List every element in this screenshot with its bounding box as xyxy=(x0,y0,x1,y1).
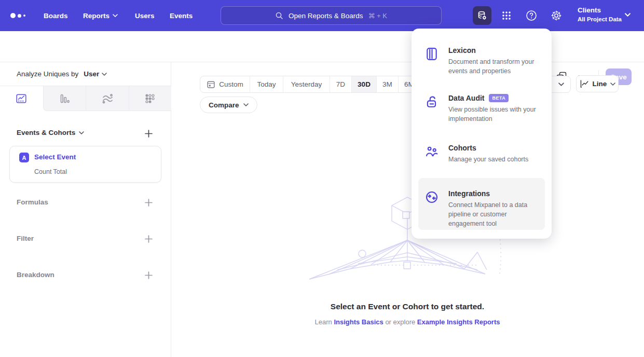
menu-item-title: Lexicon xyxy=(448,46,476,54)
nav-item-label: Boards xyxy=(44,12,68,20)
help-icon xyxy=(526,10,537,21)
apps-grid-button[interactable] xyxy=(497,6,516,25)
menu-item-description: Document and transform your events and p… xyxy=(448,57,539,76)
range-option-custom[interactable]: Custom xyxy=(200,76,250,92)
analyze-value: User xyxy=(84,70,99,78)
range-option-30d[interactable]: 30D xyxy=(352,76,377,92)
plus-icon xyxy=(145,130,153,138)
example-insights-reports-link[interactable]: Example Insights Reports xyxy=(417,318,500,326)
analyze-value-dropdown[interactable]: User xyxy=(84,70,107,78)
add-breakdown-button[interactable] xyxy=(144,270,153,280)
settings-gear-icon xyxy=(551,10,562,21)
menu-item-text: Integrations Connect Mixpanel to a data … xyxy=(448,183,539,225)
metrics-grid-tab-icon xyxy=(144,93,156,104)
insights-basics-link[interactable]: Insights Basics xyxy=(334,318,383,326)
empty-state-heading: Select an Event or Cohort to get started… xyxy=(226,302,589,311)
plus-icon xyxy=(145,235,153,243)
range-label: 30D xyxy=(358,80,371,88)
empty-state-links: Learn Insights Basics or explore Example… xyxy=(174,318,641,326)
search-placeholder: Open Reports & Boards xyxy=(289,12,363,20)
logo-dot xyxy=(18,14,21,18)
data-audit-icon xyxy=(424,94,439,123)
settings-button[interactable] xyxy=(547,6,566,25)
menu-item-cohorts[interactable]: Cohorts Manage your saved cohorts xyxy=(418,139,545,169)
top-navbar: Boards Reports Users Events Open Reports… xyxy=(0,0,644,31)
data-management-menu: Lexicon Document and transform your even… xyxy=(412,29,552,239)
compare-label: Compare xyxy=(209,101,239,109)
nav-item-reports[interactable]: Reports xyxy=(83,0,118,31)
compare-dropdown[interactable]: Compare xyxy=(200,97,257,113)
menu-item-data-audit[interactable]: Data Audit BETA View possible issues wit… xyxy=(418,89,545,129)
lexicon-book-icon xyxy=(424,46,439,76)
range-label: Custom xyxy=(219,80,243,88)
menu-item-description: Connect Mixpanel to a data pipeline or c… xyxy=(448,200,539,228)
analyze-label: Analyze Uniques by xyxy=(17,70,78,78)
tab-metrics-grid[interactable] xyxy=(129,86,172,111)
project-name: All Project Data xyxy=(578,16,622,23)
nav-item-events[interactable]: Events xyxy=(170,0,193,31)
tab-stacked-chart[interactable] xyxy=(86,86,129,111)
range-label: Yesterday xyxy=(291,80,322,88)
add-filter-button[interactable] xyxy=(144,234,153,243)
or-explore-text: or explore xyxy=(385,318,415,326)
project-selector-chevron[interactable] xyxy=(625,13,631,17)
chevron-down-icon xyxy=(243,103,249,106)
events-cohorts-label: Events & Cohorts xyxy=(17,129,75,136)
range-option-3m[interactable]: 3M xyxy=(377,76,399,92)
tab-bar-chart[interactable] xyxy=(43,86,86,111)
nav-item-label: Reports xyxy=(83,12,109,20)
range-label: Today xyxy=(257,80,276,88)
global-search[interactable]: Open Reports & Boards ⌘ + K xyxy=(221,6,442,25)
mixpanel-logo[interactable] xyxy=(10,0,25,31)
nav-item-users[interactable]: Users xyxy=(135,0,155,31)
menu-item-title: Data Audit xyxy=(448,94,484,102)
data-management-icon xyxy=(476,10,488,21)
chevron-down-icon xyxy=(558,83,564,86)
add-formula-button[interactable] xyxy=(144,198,153,207)
menu-item-description: Manage your saved cohorts xyxy=(448,155,528,164)
events-cohorts-header[interactable]: Events & Cohorts xyxy=(17,129,84,136)
menu-item-text: Data Audit BETA View possible issues wit… xyxy=(448,94,539,123)
breakdown-section-label: Breakdown xyxy=(17,271,54,279)
select-event-label[interactable]: Select Event xyxy=(34,153,76,161)
learn-prefix-text: Learn xyxy=(315,318,332,326)
menu-item-title: Cohorts xyxy=(448,144,476,152)
event-letter-badge: A xyxy=(19,153,29,162)
menu-item-title: Integrations xyxy=(448,189,490,198)
count-total-label[interactable]: Count Total xyxy=(34,168,67,175)
nav-item-label: Events xyxy=(170,12,193,20)
menu-item-text: Cohorts Manage your saved cohorts xyxy=(448,144,528,164)
mixpanel-insights-app: Boards Reports Users Events Open Reports… xyxy=(0,0,644,357)
bar-chart-tab-icon xyxy=(59,93,70,104)
search-shortcut: ⌘ + K xyxy=(368,12,387,20)
project-selector[interactable]: Clients All Project Data xyxy=(578,5,622,23)
range-option-7d[interactable]: 7D xyxy=(330,76,352,92)
formulas-section-label: Formulas xyxy=(17,198,48,206)
chart-type-dropdown[interactable]: Line xyxy=(576,75,619,92)
chevron-down-icon xyxy=(610,83,615,86)
query-builder-sidebar: Analyze Uniques by User xyxy=(0,62,171,357)
range-label: 7D xyxy=(336,80,345,88)
line-chart-tab-icon xyxy=(16,93,27,104)
select-event-card[interactable]: A Select Event Count Total xyxy=(9,146,161,183)
chevron-down-icon xyxy=(102,73,107,76)
plus-icon xyxy=(145,271,153,279)
range-option-yesterday[interactable]: Yesterday xyxy=(283,76,330,92)
apps-grid-icon xyxy=(501,10,512,21)
help-button[interactable] xyxy=(522,6,541,25)
filter-section-label: Filter xyxy=(17,235,34,242)
menu-item-lexicon[interactable]: Lexicon Document and transform your even… xyxy=(418,41,545,81)
tab-line-chart[interactable] xyxy=(0,86,43,111)
stacked-chart-tab-icon xyxy=(102,93,113,104)
chevron-down-icon xyxy=(113,14,118,17)
add-event-button[interactable] xyxy=(144,129,153,138)
nav-item-label: Users xyxy=(135,12,155,20)
menu-item-description: View possible issues with your implement… xyxy=(448,105,539,123)
org-name: Clients xyxy=(578,5,622,16)
range-option-today[interactable]: Today xyxy=(250,76,283,92)
data-management-button[interactable] xyxy=(473,6,491,25)
menu-item-integrations[interactable]: Integrations Connect Mixpanel to a data … xyxy=(418,178,545,230)
logo-dot xyxy=(10,13,16,18)
nav-item-boards[interactable]: Boards xyxy=(44,0,68,31)
chevron-down-icon xyxy=(625,13,631,17)
